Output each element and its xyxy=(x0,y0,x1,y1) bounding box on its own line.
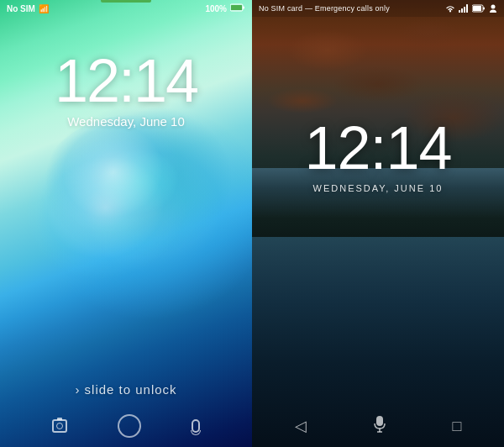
android-phone: No SIM card — Emergency calls only xyxy=(252,0,504,447)
battery-icon xyxy=(472,1,486,16)
svg-point-11 xyxy=(491,5,496,9)
svg-rect-7 xyxy=(466,4,468,13)
signal-icon xyxy=(459,1,469,16)
android-time: 12:14 xyxy=(252,118,504,178)
ios-time: 12:14 xyxy=(0,50,252,111)
home-button[interactable] xyxy=(118,414,141,438)
wifi-icon xyxy=(445,1,455,16)
wifi-icon: 📶 xyxy=(39,4,49,13)
status-bar-right: No SIM card — Emergency calls only xyxy=(252,0,504,17)
mic-button[interactable] xyxy=(374,416,386,436)
time-display-left: 12:14 Wednesday, June 10 xyxy=(0,50,252,129)
carrier-info: No SIM 📶 xyxy=(7,4,49,13)
svg-rect-4 xyxy=(459,10,460,13)
svg-rect-1 xyxy=(231,5,242,10)
android-status-text: No SIM card — Emergency calls only xyxy=(259,4,390,13)
battery-icon xyxy=(230,3,245,13)
svg-rect-12 xyxy=(376,416,383,426)
svg-rect-10 xyxy=(483,8,485,10)
sim-status: No SIM card — Emergency calls only xyxy=(259,4,390,13)
svg-rect-9 xyxy=(473,6,481,11)
mic-icon xyxy=(192,419,200,433)
user-icon xyxy=(489,1,497,16)
battery-percentage: 100% xyxy=(205,4,227,13)
bottom-bar-right: ◁ □ xyxy=(252,405,504,447)
time-display-right: 12:14 WEDNESDAY, JUNE 10 xyxy=(252,118,504,193)
status-icons xyxy=(445,1,497,16)
camera-icon[interactable] xyxy=(52,419,67,433)
battery-info: 100% xyxy=(205,3,245,13)
slide-to-unlock[interactable]: › slide to unlock xyxy=(0,382,252,397)
svg-rect-2 xyxy=(243,7,244,9)
bottom-bar-left xyxy=(0,405,252,447)
ios-phone: No SIM 📶 100% 12:14 Wednesday, June 10 ›… xyxy=(0,0,252,447)
svg-point-3 xyxy=(449,11,451,13)
android-date: WEDNESDAY, JUNE 10 xyxy=(252,183,504,193)
back-button[interactable]: ◁ xyxy=(295,417,307,435)
recents-button[interactable]: □ xyxy=(453,418,462,435)
carrier-text: No SIM xyxy=(7,4,35,13)
svg-rect-5 xyxy=(461,8,463,13)
notch-bar xyxy=(101,0,151,3)
ios-date: Wednesday, June 10 xyxy=(0,114,252,129)
svg-rect-6 xyxy=(464,7,465,13)
status-bar-left: No SIM 📶 100% xyxy=(0,0,252,17)
